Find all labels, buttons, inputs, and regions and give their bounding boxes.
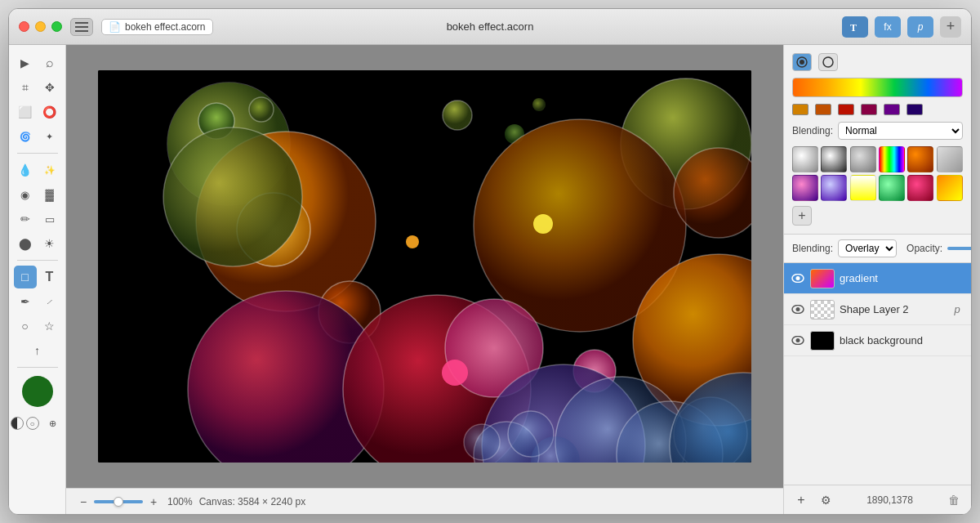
transform-tool[interactable]: ✥: [38, 76, 61, 99]
zoom-in-button[interactable]: +: [146, 494, 161, 509]
zoom-out-button[interactable]: −: [76, 494, 91, 509]
delete-layer-button[interactable]: 🗑: [945, 491, 963, 509]
layer-settings-button[interactable]: ⚙: [817, 491, 835, 509]
preset-6[interactable]: [937, 146, 963, 172]
preset-8[interactable]: [821, 175, 847, 201]
eyedropper-tool[interactable]: 💧: [14, 159, 37, 181]
zoom-tool-small[interactable]: ⊕: [42, 412, 65, 435]
layer-coords: 1890,1378: [841, 494, 938, 506]
opacity-circle-2[interactable]: ○: [26, 417, 39, 430]
preset-5[interactable]: [907, 146, 933, 172]
right-panel: Blending: Normal Overlay Multiply Screen: [783, 45, 971, 514]
zoom-value: 100%: [167, 496, 193, 507]
rect-select-tool[interactable]: ⬜: [14, 101, 37, 123]
gradient-fill-tool[interactable]: ▓: [38, 183, 61, 206]
layer-eye-gradient[interactable]: [791, 271, 805, 286]
layer-item-shape[interactable]: Shape Layer 2 p: [784, 294, 971, 325]
preset-grid: [792, 146, 963, 201]
preset-1[interactable]: [792, 146, 818, 172]
close-button[interactable]: [19, 21, 29, 32]
tool-row-3: ⬜ ⭕: [14, 101, 61, 123]
eraser-tool[interactable]: ▭: [38, 208, 61, 230]
left-toolbar: ▶ ⌕ ⌗ ✥ ⬜ ⭕ 🌀 ✦ 💧 ✨ ◉ ▓: [9, 45, 66, 514]
layer-thumb-shape: [810, 300, 835, 320]
tool-row-2: ⌗ ✥: [14, 76, 61, 99]
zoom-tool[interactable]: ⌕: [38, 51, 61, 74]
canvas-container[interactable]: [66, 45, 783, 488]
gradient-editor: Blending: Normal Overlay Multiply Screen: [784, 45, 971, 235]
color-swatch[interactable]: [22, 376, 53, 407]
gradient-stop-2[interactable]: [815, 104, 831, 115]
add-layer-button[interactable]: +: [792, 491, 810, 509]
layer-eye-background[interactable]: [791, 333, 805, 348]
sidebar-toggle-button[interactable]: [70, 18, 93, 36]
fx-label: fx: [884, 21, 891, 33]
layers-bottom-bar: + ⚙ 1890,1378 🗑: [784, 485, 971, 514]
layer-item-background[interactable]: black background: [784, 325, 971, 356]
tool-row-11: ○ ☆: [14, 315, 61, 337]
layers-blending-select[interactable]: Normal Overlay Multiply: [838, 239, 897, 257]
preset-4[interactable]: [879, 146, 905, 172]
gradient-stop-3[interactable]: [838, 104, 854, 115]
opacity-circle[interactable]: [11, 417, 24, 430]
arrow-tool[interactable]: ▶: [14, 51, 37, 74]
text-tool[interactable]: T: [38, 266, 61, 288]
fx-button[interactable]: fx: [875, 16, 901, 38]
layers-panel: Blending: Normal Overlay Multiply Opacit…: [784, 235, 971, 514]
p-button[interactable]: p: [907, 16, 933, 38]
text-tool-titlebar[interactable]: T: [842, 16, 868, 38]
preset-9[interactable]: [850, 175, 876, 201]
gradient-stop-5[interactable]: [884, 104, 900, 115]
add-preset-button[interactable]: +: [792, 206, 812, 226]
preset-12[interactable]: [937, 175, 963, 201]
svg-text:T: T: [850, 22, 857, 33]
blending-select[interactable]: Normal Overlay Multiply Screen: [838, 122, 963, 140]
svg-point-27: [406, 235, 419, 248]
zoom-slider[interactable]: [94, 500, 143, 503]
opacity-slider[interactable]: [947, 247, 971, 250]
arrow-shape-tool[interactable]: ↑: [26, 339, 49, 362]
gradient-stop-6[interactable]: [906, 104, 923, 115]
oval-shape-tool[interactable]: ○: [14, 315, 37, 337]
dodge-tool[interactable]: ☀: [38, 232, 61, 255]
preset-2[interactable]: [821, 146, 847, 172]
svg-rect-2: [75, 30, 88, 32]
lasso-tool[interactable]: 🌀: [14, 125, 37, 148]
gradient-stops: [792, 104, 963, 115]
paint-bucket-tool[interactable]: ◉: [14, 183, 37, 206]
star-tool[interactable]: ☆: [38, 315, 61, 337]
vector-tool[interactable]: ⟋: [38, 290, 61, 313]
pen-tool[interactable]: ✒: [14, 290, 37, 313]
crop-tool[interactable]: ⌗: [14, 76, 37, 99]
gradient-type-linear[interactable]: [818, 53, 838, 71]
preset-7[interactable]: [792, 175, 818, 201]
preset-10[interactable]: [879, 175, 905, 201]
file-tab[interactable]: 📄 bokeh effect.acorn: [101, 19, 213, 35]
zoom-slider-thumb[interactable]: [114, 497, 123, 507]
layer-eye-shape[interactable]: [791, 302, 805, 317]
gradient-stop-1[interactable]: [792, 104, 808, 115]
stamp-tool[interactable]: ⬤: [14, 232, 37, 255]
layer-name-gradient: gradient: [840, 272, 964, 284]
rect-shape-tool[interactable]: □: [14, 266, 37, 288]
minimize-button[interactable]: [35, 21, 46, 32]
layer-name-background: black background: [840, 334, 964, 346]
tool-divider-1: [17, 153, 58, 154]
zoom-controls: − + 100%: [76, 494, 193, 509]
gradient-stop-4[interactable]: [861, 104, 877, 115]
opacity-tools: ○ ⊕: [11, 412, 65, 435]
gradient-type-circle[interactable]: [792, 53, 812, 71]
layer-item-gradient[interactable]: gradient: [784, 263, 971, 294]
svg-point-22: [163, 127, 302, 266]
ellipse-select-tool[interactable]: ⭕: [38, 101, 61, 123]
preset-3[interactable]: [850, 146, 876, 172]
magic-wand-tool[interactable]: ✦: [38, 125, 61, 148]
magic-eraser-tool[interactable]: ✨: [38, 159, 61, 181]
canvas-area: − + 100% Canvas: 3584 × 2240 px: [66, 45, 783, 514]
gradient-bar[interactable]: [792, 78, 963, 97]
maximize-button[interactable]: [51, 21, 62, 32]
traffic-lights: [19, 21, 62, 32]
add-tab-button[interactable]: +: [940, 16, 961, 38]
preset-11[interactable]: [907, 175, 933, 201]
brush-tool[interactable]: ✏: [14, 208, 37, 230]
